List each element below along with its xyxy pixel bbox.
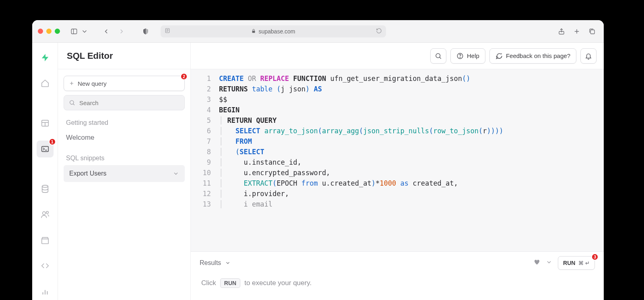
svg-line-26	[73, 104, 74, 105]
run-label: RUN	[563, 260, 575, 266]
svg-rect-6	[252, 31, 255, 33]
annotation-badge-3: 3	[591, 253, 599, 261]
code-content[interactable]: CREATE OR REPLACE FUNCTION ufn_get_user_…	[217, 69, 503, 251]
snippet-label: Export Users	[69, 170, 106, 177]
page-title: SQL Editor	[58, 43, 190, 69]
chevron-down-icon	[173, 170, 179, 177]
svg-line-28	[440, 57, 441, 59]
hint-prefix: Click	[201, 279, 216, 287]
run-shortcut: ⌘ ↵	[578, 260, 590, 266]
code-editor[interactable]: 12345678910111213 CREATE OR REPLACE FUNC…	[191, 69, 604, 251]
app-body: 1 SQL Editor	[32, 43, 604, 300]
nav-sql-editor-icon[interactable]: 1	[37, 141, 54, 157]
back-icon[interactable]	[100, 25, 112, 37]
chevron-down-icon	[225, 260, 231, 266]
svg-rect-10	[590, 30, 594, 34]
help-label: Help	[467, 52, 479, 59]
address-bar[interactable]: supabase.com	[161, 25, 386, 37]
forward-icon[interactable]	[116, 25, 128, 37]
annotation-badge-1: 1	[49, 138, 56, 145]
results-panel: Results RUN ⌘ ↵ 3	[191, 251, 604, 300]
nav-table-editor-icon[interactable]	[37, 115, 54, 132]
svg-point-17	[42, 212, 45, 215]
results-hint: Click RUN to execute your query.	[191, 274, 604, 300]
new-query-button[interactable]: New query 2	[64, 76, 185, 91]
nav-home-icon[interactable]	[37, 75, 54, 92]
run-button[interactable]: RUN ⌘ ↵ 3	[558, 256, 595, 270]
tabs-icon[interactable]	[586, 25, 598, 37]
welcome-link[interactable]: Welcome	[64, 130, 185, 146]
nav-reports-icon[interactable]	[37, 283, 54, 300]
nav-database-icon[interactable]	[37, 181, 54, 198]
sidebar-toggle-icon[interactable]	[68, 25, 80, 37]
svg-point-16	[42, 185, 48, 188]
feedback-button[interactable]: Feedback on this page?	[489, 48, 576, 64]
svg-point-27	[436, 54, 440, 58]
section-sql-snippets: SQL snippets	[66, 155, 182, 162]
annotation-badge-2: 2	[180, 73, 188, 80]
sidebar: SQL Editor New query 2 Getting started W…	[58, 43, 191, 300]
lock-icon	[251, 28, 256, 35]
section-getting-started: Getting started	[66, 119, 182, 126]
nav-edge-functions-icon[interactable]	[37, 258, 54, 275]
close-window[interactable]	[38, 29, 43, 34]
search-field[interactable]	[79, 99, 180, 106]
help-button[interactable]: Help	[450, 48, 485, 64]
svg-point-18	[46, 211, 48, 214]
new-tab-icon[interactable]	[571, 25, 583, 37]
top-bar: Help Feedback on this page?	[191, 43, 604, 69]
main-area: Help Feedback on this page? 123456789101…	[191, 43, 604, 300]
browser-window: supabase.com	[32, 20, 604, 300]
browser-chrome: supabase.com	[32, 20, 604, 43]
search-button[interactable]	[430, 48, 446, 64]
address-text: supabase.com	[258, 28, 295, 35]
results-tab-label: Results	[200, 259, 221, 267]
svg-rect-14	[41, 146, 48, 151]
reader-icon	[165, 28, 170, 35]
supabase-logo-icon[interactable]	[37, 49, 54, 66]
svg-rect-0	[71, 29, 77, 34]
line-gutter: 12345678910111213	[191, 69, 217, 251]
svg-rect-19	[41, 239, 48, 244]
maximize-window[interactable]	[55, 29, 60, 34]
shield-icon[interactable]	[140, 25, 152, 37]
nav-rail: 1	[32, 43, 58, 300]
search-input[interactable]	[64, 95, 185, 110]
notifications-button[interactable]	[580, 48, 597, 64]
heart-icon[interactable]	[534, 259, 540, 267]
nav-storage-icon[interactable]	[37, 232, 54, 249]
feedback-label: Feedback on this page?	[506, 52, 570, 59]
share-icon[interactable]	[555, 25, 568, 37]
chevron-down-icon[interactable]	[546, 259, 552, 267]
nav-auth-icon[interactable]	[37, 206, 54, 223]
hint-suffix: to execute your query.	[244, 279, 312, 287]
snippet-export-users[interactable]: Export Users	[64, 165, 185, 182]
results-tab[interactable]: Results	[200, 259, 231, 267]
minimize-window[interactable]	[46, 29, 52, 34]
svg-point-30	[460, 57, 460, 58]
svg-point-25	[70, 101, 74, 104]
reload-icon[interactable]	[376, 28, 382, 35]
hint-run-chip: RUN	[220, 278, 240, 288]
chevron-down-icon[interactable]	[81, 25, 88, 37]
new-query-label: New query	[78, 80, 107, 87]
window-controls	[38, 29, 60, 34]
